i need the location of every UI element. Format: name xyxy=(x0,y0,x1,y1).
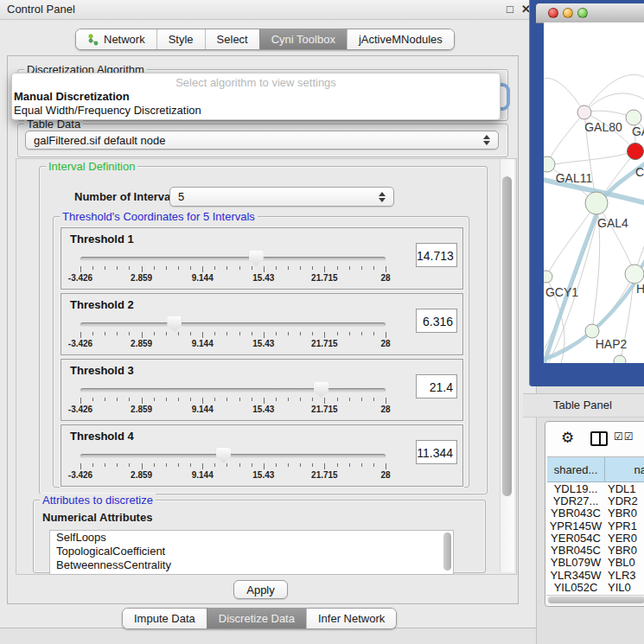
network-node[interactable] xyxy=(585,324,599,338)
column-header-name[interactable]: na xyxy=(605,457,644,481)
table-cell[interactable]: YIL052C xyxy=(547,581,604,593)
split-columns-icon[interactable] xyxy=(590,431,608,446)
network-node[interactable] xyxy=(544,271,552,283)
table-cell[interactable]: YIL0 xyxy=(604,581,644,593)
table-cell[interactable]: YBR043C xyxy=(547,507,604,520)
float-window-icon[interactable]: □ xyxy=(507,3,513,16)
attributes-group: Attributes to discretize Numerical Attri… xyxy=(33,500,486,573)
slider-thumb[interactable] xyxy=(249,251,264,266)
table-cell[interactable]: YLR345W xyxy=(547,569,604,581)
slider-thumb[interactable] xyxy=(314,382,328,398)
threshold-4-value-field[interactable]: 11.344 xyxy=(416,440,457,464)
attribute-list-item[interactable]: SelfLoops xyxy=(50,531,453,545)
minimize-traffic-light-icon[interactable] xyxy=(563,8,573,18)
tick-mark xyxy=(202,332,203,338)
table-horizontal-scrollbar[interactable] xyxy=(546,595,644,605)
table-cell[interactable]: YDR2 xyxy=(604,494,644,507)
list-scrollbar[interactable] xyxy=(443,532,451,571)
slider-track[interactable] xyxy=(80,388,386,392)
table-hscrollbar-thumb[interactable] xyxy=(548,596,644,603)
panel-scrollbar-thumb[interactable] xyxy=(502,176,512,496)
table-cell[interactable]: YBR0 xyxy=(604,507,644,520)
apply-button[interactable]: Apply xyxy=(233,580,288,599)
slider-ticks xyxy=(80,398,386,404)
tab-network[interactable]: Network xyxy=(76,29,156,49)
zoom-traffic-light-icon[interactable] xyxy=(577,8,588,18)
table-row[interactable]: YBR045CYBR0 xyxy=(547,544,644,556)
table-cell[interactable]: YBL079W xyxy=(547,557,604,569)
table-cell[interactable]: YBL0 xyxy=(604,557,644,569)
tab-infer-network[interactable]: Infer Network xyxy=(306,609,396,628)
network-node[interactable] xyxy=(626,110,641,125)
tick-mark xyxy=(361,266,362,270)
network-node[interactable] xyxy=(585,192,608,214)
tab-impute-data-label: Impute Data xyxy=(134,612,195,625)
threshold-3-value-field[interactable]: 21.4 xyxy=(416,374,457,399)
threshold-1-value-field[interactable]: 14.713 xyxy=(416,243,457,267)
attribute-list-item[interactable]: BetweennessCentrality xyxy=(50,558,453,572)
threshold-4-slider[interactable]: -3.4262.8599.14415.4321.71528 xyxy=(80,450,386,481)
threshold-3-slider[interactable]: -3.4262.8599.14415.4321.71528 xyxy=(80,384,386,415)
network-window-titlebar[interactable] xyxy=(536,3,644,23)
tick-mark xyxy=(373,463,374,467)
network-view-canvas[interactable]: GAL80GACGAL11GAL4GCY1HHAP2 xyxy=(544,22,644,363)
table-cell[interactable]: YDL19... xyxy=(547,482,604,494)
tab-style[interactable]: Style xyxy=(156,29,205,49)
gear-icon[interactable]: ⚙ xyxy=(561,429,574,446)
slider-thumb[interactable] xyxy=(216,448,231,463)
column-header-shared-name[interactable]: shared... xyxy=(547,457,605,481)
table-cell[interactable]: YBR0 xyxy=(604,544,644,556)
network-node[interactable] xyxy=(544,156,555,172)
tick-mark xyxy=(300,332,301,335)
numerical-attributes-list[interactable]: SelfLoopsTopologicalCoefficientBetweenne… xyxy=(49,530,454,575)
tick-mark xyxy=(361,332,362,335)
table-cell[interactable]: YPR145W xyxy=(547,520,604,532)
table-cell[interactable]: YDL1 xyxy=(604,482,644,494)
tick-mark xyxy=(361,398,362,401)
table-row[interactable]: YBR043CYBR0 xyxy=(547,507,644,520)
table-data-combobox[interactable]: galFiltered.sif default node xyxy=(25,131,499,150)
table-cell[interactable]: YER054C xyxy=(547,532,604,544)
tick-mark xyxy=(92,266,93,270)
slider-track[interactable] xyxy=(80,322,386,327)
dropdown-item-equal-width[interactable]: Equal Width/Frequency Discretization xyxy=(14,104,498,117)
tick-mark xyxy=(373,266,374,270)
tab-impute-data[interactable]: Impute Data xyxy=(123,609,207,628)
attribute-list-item[interactable]: TopologicalCoefficient xyxy=(50,545,453,558)
tab-select[interactable]: Select xyxy=(205,29,259,49)
threshold-2-value-field[interactable]: 6.316 xyxy=(416,309,457,333)
number-of-intervals-combobox[interactable]: 5 xyxy=(169,187,394,207)
table-row[interactable]: YDL19...YDL1 xyxy=(547,482,644,494)
tab-discretize-data[interactable]: Discretize Data xyxy=(207,609,306,628)
slider-track[interactable] xyxy=(80,454,386,458)
tick-label: 9.144 xyxy=(192,273,214,283)
network-node[interactable] xyxy=(614,355,626,363)
network-node[interactable] xyxy=(628,143,644,160)
slider-thumb[interactable] xyxy=(167,316,182,332)
table-cell[interactable]: YPR1 xyxy=(604,520,644,532)
tab-cyni-toolbox[interactable]: Cyni Toolbox xyxy=(259,29,347,49)
dropdown-item-manual-discretization[interactable]: Manual Discretization xyxy=(14,90,498,103)
table-row[interactable]: YER054CYER0 xyxy=(547,532,644,544)
tab-network-label: Network xyxy=(104,33,145,46)
tick-mark xyxy=(154,398,155,401)
network-node[interactable] xyxy=(577,105,591,119)
table-row[interactable]: YIL052CYIL0 xyxy=(547,581,644,593)
table-cell[interactable]: YLR3 xyxy=(604,569,644,581)
table-cell[interactable]: YDR27... xyxy=(547,494,604,507)
panel-vertical-scrollbar[interactable] xyxy=(500,159,514,572)
network-node[interactable] xyxy=(625,265,644,284)
close-traffic-light-icon[interactable] xyxy=(548,8,558,18)
tick-mark xyxy=(349,463,350,467)
table-cell[interactable]: YER0 xyxy=(604,532,644,544)
table-row[interactable]: YLR345WYLR3 xyxy=(547,569,644,581)
tab-jactivemnodules[interactable]: jActiveMNodules xyxy=(347,29,454,49)
select-columns-icon[interactable]: ☑☑ xyxy=(614,430,634,443)
table-cell[interactable]: YBR045C xyxy=(547,544,604,556)
table-row[interactable]: YBL079WYBL0 xyxy=(547,557,644,569)
threshold-1-slider[interactable]: -3.4262.8599.14415.4321.71528 xyxy=(80,252,386,284)
threshold-2-slider[interactable]: -3.4262.8599.14415.4321.71528 xyxy=(80,318,386,349)
slider-track[interactable] xyxy=(80,257,386,261)
table-row[interactable]: YPR145WYPR1 xyxy=(547,520,644,532)
table-row[interactable]: YDR27...YDR2 xyxy=(547,494,644,507)
